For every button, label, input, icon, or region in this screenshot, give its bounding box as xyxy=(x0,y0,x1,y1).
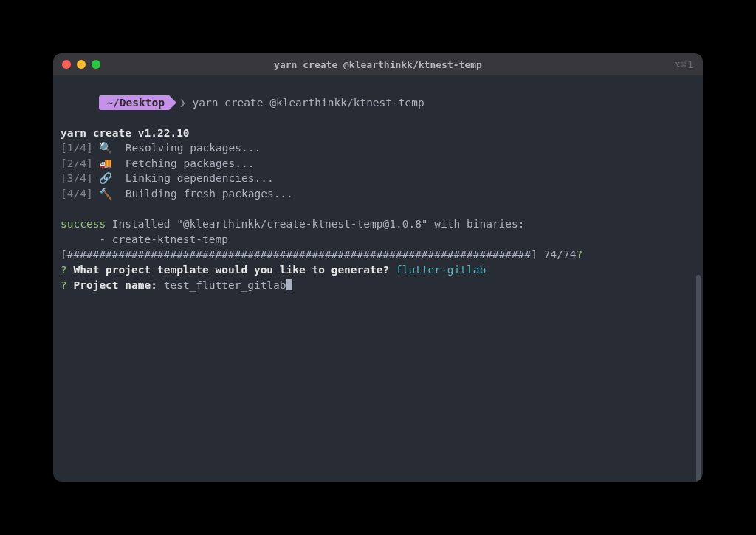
close-icon[interactable] xyxy=(62,60,71,69)
blank-line xyxy=(61,202,695,217)
link-icon: 🔗 xyxy=(99,172,112,184)
question-text: What project template would you like to … xyxy=(67,264,390,276)
titlebar[interactable]: yarn create @klearthinkk/ktnest-temp ⌥⌘1 xyxy=(53,53,703,75)
step-line: [3/4] 🔗 Linking dependencies... xyxy=(61,171,695,186)
binary-line: - create-ktnest-temp xyxy=(61,232,695,248)
success-text: Installed "@klearthinkk/create-ktnest-te… xyxy=(106,218,524,230)
success-line: success Installed "@klearthinkk/create-k… xyxy=(61,217,695,232)
hammer-icon: 🔨 xyxy=(99,188,112,200)
prompt-symbol: ❯ xyxy=(179,97,186,109)
truck-icon: 🚚 xyxy=(99,157,112,169)
terminal-window: yarn create @klearthinkk/ktnest-temp ⌥⌘1… xyxy=(53,53,703,482)
minimize-icon[interactable] xyxy=(77,60,86,69)
terminal-body[interactable]: ~/Desktop❯ yarn create @klearthinkk/ktne… xyxy=(53,75,703,482)
magnifier-icon: 🔍 xyxy=(99,142,112,154)
maximize-icon[interactable] xyxy=(92,60,100,69)
prompt-line: ~/Desktop❯ yarn create @klearthinkk/ktne… xyxy=(61,80,695,126)
progress-line: [#######################################… xyxy=(61,247,695,262)
progress-open: [ xyxy=(61,248,67,260)
step-line: [1/4] 🔍 Resolving packages... xyxy=(61,140,695,156)
scrollbar[interactable] xyxy=(696,275,701,482)
step-num: [1/4] xyxy=(61,142,93,154)
progress-close: ] xyxy=(531,248,537,260)
step-num: [2/4] xyxy=(61,157,93,169)
step-text: Linking dependencies... xyxy=(126,172,274,184)
input-line: ? Project name: test_flutter_gitlab xyxy=(61,278,695,293)
success-label: success xyxy=(61,218,106,230)
step-text: Fetching packages... xyxy=(126,157,255,169)
cursor-icon xyxy=(286,279,292,290)
step-text: Resolving packages... xyxy=(126,142,261,154)
question-mark-icon: ? xyxy=(61,279,67,291)
window-shortcut: ⌥⌘1 xyxy=(675,59,694,70)
step-text: Building fresh packages... xyxy=(126,188,293,200)
step-num: [4/4] xyxy=(61,188,93,200)
step-num: [3/4] xyxy=(61,172,93,184)
question-line: ? What project template would you like t… xyxy=(61,262,695,278)
progress-q: ? xyxy=(576,248,583,260)
question-mark-icon: ? xyxy=(61,264,67,276)
step-line: [2/4] 🚚 Fetching packages... xyxy=(61,156,695,171)
command-text: yarn create @klearthinkk/ktnest-temp xyxy=(192,97,424,109)
traffic-lights xyxy=(62,60,100,69)
cwd-badge: ~/Desktop xyxy=(99,95,169,111)
version-line: yarn create v1.22.10 xyxy=(61,126,695,141)
progress-count: 74/74 xyxy=(537,248,576,260)
input-label: Project name: xyxy=(67,279,164,291)
progress-fill: ########################################… xyxy=(67,248,532,260)
window-title: yarn create @klearthinkk/ktnest-temp xyxy=(53,59,703,70)
project-name-input[interactable]: test_flutter_gitlab xyxy=(164,279,286,291)
step-line: [4/4] 🔨 Building fresh packages... xyxy=(61,186,695,202)
question-answer: flutter-gitlab xyxy=(389,264,486,276)
